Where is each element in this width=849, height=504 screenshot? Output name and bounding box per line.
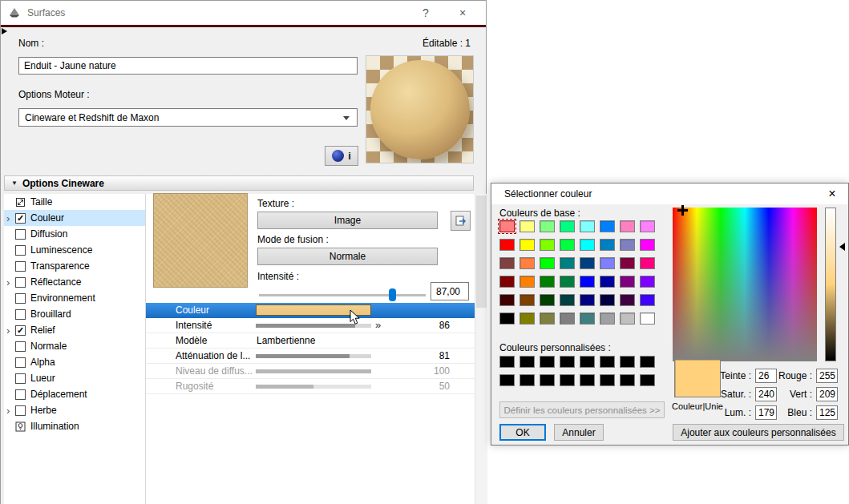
vert-input[interactable]	[816, 387, 838, 401]
basic-color-swatch[interactable]	[600, 220, 615, 232]
checkbox-unchecked[interactable]	[15, 357, 26, 368]
custom-color-swatch[interactable]	[540, 356, 555, 368]
expand-chevron-icon[interactable]: ›	[4, 277, 15, 288]
checkbox-unchecked[interactable]	[15, 341, 26, 352]
cinema4d-info-button[interactable]: i	[325, 146, 358, 166]
basic-color-swatch[interactable]	[499, 239, 515, 251]
expand-chevron-icon[interactable]: ›	[4, 213, 15, 224]
tree-item-normale[interactable]: Normale	[4, 338, 145, 354]
engine-select[interactable]: Cineware et Redshift de Maxon	[18, 108, 358, 127]
property-row-niveau-de-diffus[interactable]: Niveau de diffus...100	[146, 364, 475, 379]
checkbox-unchecked[interactable]	[15, 245, 26, 256]
basic-color-swatch[interactable]	[540, 239, 555, 251]
color-crosshair-icon[interactable]	[677, 205, 688, 216]
checkbox-unchecked[interactable]	[15, 389, 26, 400]
basic-color-swatch[interactable]	[640, 239, 655, 251]
basic-color-swatch[interactable]	[620, 294, 635, 306]
property-row-rugosite[interactable]: Rugosité50	[146, 379, 475, 394]
texture-image-button[interactable]: Image	[257, 212, 438, 229]
custom-color-swatch[interactable]	[640, 356, 655, 368]
basic-color-swatch[interactable]	[640, 294, 655, 306]
custom-color-swatch[interactable]	[499, 356, 515, 368]
basic-color-swatch[interactable]	[540, 294, 555, 306]
property-slider[interactable]	[256, 354, 371, 358]
basic-color-swatch[interactable]	[520, 257, 535, 269]
custom-color-swatch[interactable]	[580, 356, 595, 368]
basic-color-swatch[interactable]	[520, 220, 535, 232]
custom-color-swatch[interactable]	[520, 356, 535, 368]
tree-item-lueur[interactable]: Lueur	[4, 370, 145, 386]
ok-button[interactable]: OK	[499, 424, 546, 441]
custom-color-swatch[interactable]	[600, 356, 615, 368]
cancel-button[interactable]: Annuler	[554, 424, 604, 441]
expand-chevron-icon[interactable]: ›	[4, 325, 15, 336]
basic-color-swatch[interactable]	[640, 220, 655, 232]
tree-item-herbe[interactable]: ›Herbe	[4, 402, 145, 418]
basic-color-swatch[interactable]	[560, 239, 575, 251]
tree-item-reflectance[interactable]: ›Réflectance	[4, 274, 145, 290]
tree-item-environnement[interactable]: Environnement	[4, 290, 145, 306]
surface-name-input[interactable]	[18, 57, 358, 75]
checkbox-unchecked[interactable]	[15, 405, 26, 416]
property-slider[interactable]	[256, 369, 371, 373]
tree-item-luminescence[interactable]: Luminescence	[4, 242, 145, 258]
intensity-value-input[interactable]	[431, 282, 469, 300]
basic-color-swatch[interactable]	[620, 276, 635, 288]
checkbox-unchecked[interactable]	[15, 261, 26, 272]
tree-item-alpha[interactable]: Alpha	[4, 354, 145, 370]
checkbox-unchecked[interactable]	[15, 229, 26, 240]
basic-color-swatch[interactable]	[580, 220, 595, 232]
basic-color-swatch[interactable]	[580, 312, 595, 325]
basic-color-swatch[interactable]	[499, 276, 515, 288]
intensity-slider[interactable]	[259, 288, 426, 301]
hue-saturation-field[interactable]	[673, 208, 817, 361]
checkbox-checked[interactable]: ✓	[15, 213, 26, 224]
basic-color-swatch[interactable]	[540, 220, 555, 232]
basic-color-swatch[interactable]	[600, 257, 615, 269]
property-row-intensite[interactable]: Intensité86»	[146, 318, 475, 333]
basic-color-swatch[interactable]	[620, 257, 635, 269]
basic-color-swatch[interactable]	[499, 220, 515, 232]
scrollbar-thumb[interactable]	[476, 196, 487, 308]
custom-color-swatch[interactable]	[560, 356, 575, 368]
tree-item-transparence[interactable]: Transparence	[4, 258, 145, 274]
basic-color-swatch[interactable]	[620, 220, 635, 232]
vertical-scrollbar[interactable]	[475, 194, 487, 504]
basic-color-swatch[interactable]	[499, 312, 515, 325]
fusion-mode-button[interactable]: Normale	[257, 248, 438, 265]
basic-color-swatch[interactable]	[560, 257, 575, 269]
expand-chevron-icon[interactable]: ›	[4, 405, 15, 416]
options-cineware-header[interactable]: ▼ Options Cineware	[4, 175, 474, 191]
basic-color-swatch[interactable]	[540, 257, 555, 269]
tree-item-diffusion[interactable]: Diffusion	[4, 226, 145, 242]
texture-browse-button[interactable]	[451, 211, 471, 231]
luminance-arrow-icon[interactable]	[839, 243, 845, 251]
property-slider[interactable]	[256, 385, 371, 389]
checkbox-checked[interactable]: ✓	[15, 325, 26, 336]
bleu-input[interactable]	[816, 405, 838, 420]
property-row-attenuation-de-l[interactable]: Atténuation de l...81	[146, 349, 475, 364]
basic-color-swatch[interactable]	[640, 312, 655, 325]
material-preview[interactable]	[366, 55, 474, 163]
rouge-input[interactable]	[816, 369, 838, 383]
basic-color-swatch[interactable]	[600, 239, 615, 251]
basic-color-swatch[interactable]	[499, 294, 515, 306]
checkbox-unchecked[interactable]	[15, 293, 26, 304]
tree-item-relief[interactable]: ›✓Relief	[4, 322, 145, 338]
property-row-couleur[interactable]: Couleur	[146, 303, 475, 318]
basic-color-swatch[interactable]	[620, 239, 635, 251]
property-row-modele[interactable]: ModèleLambertienne	[146, 333, 475, 349]
tree-item-brouillard[interactable]: Brouillard	[4, 306, 145, 322]
panel-collapse-arrow-icon[interactable]	[2, 28, 7, 34]
tree-item-couleur[interactable]: ›✓Couleur	[4, 210, 145, 226]
custom-color-swatch[interactable]	[620, 356, 635, 368]
basic-color-swatch[interactable]	[520, 294, 535, 306]
basic-color-swatch[interactable]	[560, 276, 575, 288]
checkbox-unchecked[interactable]	[15, 277, 26, 288]
basic-color-swatch[interactable]	[580, 257, 595, 269]
luminance-bar[interactable]	[825, 208, 836, 361]
basic-color-swatch[interactable]	[499, 257, 515, 269]
checkbox-unchecked[interactable]	[15, 309, 26, 320]
texture-thumbnail[interactable]	[153, 193, 248, 288]
add-custom-color-button[interactable]: Ajouter aux couleurs personnalisées	[673, 424, 844, 441]
